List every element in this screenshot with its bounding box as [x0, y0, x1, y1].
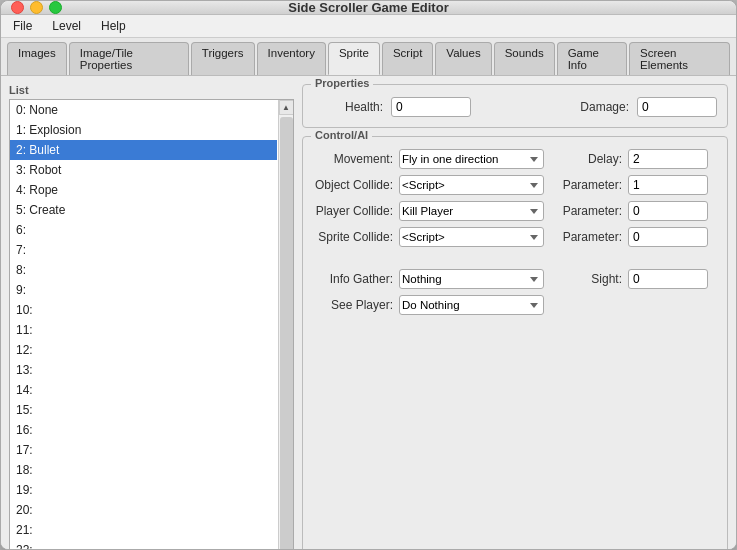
player-collide-row: Player Collide: Kill Player <Script> Not…: [313, 201, 544, 221]
list-item[interactable]: 0: None: [10, 100, 277, 120]
maximize-button[interactable]: [49, 1, 62, 14]
see-player-select[interactable]: Do Nothing Chase Shoot: [399, 295, 544, 315]
list-item[interactable]: 10:: [10, 300, 277, 320]
parameter1-input[interactable]: [628, 175, 708, 195]
traffic-lights: [11, 1, 62, 14]
sight-row: Sight:: [560, 269, 708, 289]
object-collide-row: Object Collide: <Script> Nothing Kill Pl…: [313, 175, 544, 195]
tab-triggers[interactable]: Triggers: [191, 42, 255, 75]
list-item[interactable]: 4: Rope: [10, 180, 277, 200]
window-title: Side Scroller Game Editor: [288, 0, 448, 15]
delay-input[interactable]: [628, 149, 708, 169]
control-ai-left: Movement: Fly in one direction Do Nothin…: [313, 149, 544, 315]
list-item[interactable]: 7:: [10, 240, 277, 260]
delay-label: Delay:: [560, 152, 622, 166]
see-player-row: See Player: Do Nothing Chase Shoot: [313, 295, 544, 315]
parameter2-label: Parameter:: [560, 204, 622, 218]
health-row: Health: Damage:: [313, 97, 717, 117]
list-item[interactable]: 6:: [10, 220, 277, 240]
list-item[interactable]: 3: Robot: [10, 160, 277, 180]
parameter1-label: Parameter:: [560, 178, 622, 192]
list-panel: List 0: None 1: Explosion 2: Bullet 3: R…: [9, 84, 294, 550]
properties-group-label: Properties: [311, 77, 373, 89]
movement-row: Movement: Fly in one direction Do Nothin…: [313, 149, 544, 169]
damage-input[interactable]: [637, 97, 717, 117]
tab-images[interactable]: Images: [7, 42, 67, 75]
list-item[interactable]: 21:: [10, 520, 277, 540]
titlebar: Side Scroller Game Editor: [1, 1, 736, 15]
movement-label: Movement:: [313, 152, 393, 166]
damage-label: Damage:: [559, 100, 629, 114]
tab-game-info[interactable]: Game Info: [557, 42, 627, 75]
list-item[interactable]: 1: Explosion: [10, 120, 277, 140]
tab-sounds[interactable]: Sounds: [494, 42, 555, 75]
tabs-bar: Images Image/Tile Properties Triggers In…: [1, 38, 736, 76]
player-collide-select[interactable]: Kill Player <Script> Nothing Bounce: [399, 201, 544, 221]
sight-input[interactable]: [628, 269, 708, 289]
minimize-button[interactable]: [30, 1, 43, 14]
list-item[interactable]: 16:: [10, 420, 277, 440]
control-ai-group: Control/AI Movement: Fly in one directio…: [302, 136, 728, 550]
object-collide-label: Object Collide:: [313, 178, 393, 192]
info-gather-row: Info Gather: Nothing Player Object: [313, 269, 544, 289]
parameter1-row: Parameter:: [560, 175, 708, 195]
movement-select[interactable]: Fly in one direction Do Nothing Follow P…: [399, 149, 544, 169]
menu-bar: File Level Help: [1, 15, 736, 38]
delay-row: Delay:: [560, 149, 708, 169]
main-window: Side Scroller Game Editor File Level Hel…: [0, 0, 737, 550]
parameter3-label: Parameter:: [560, 230, 622, 244]
info-gather-select[interactable]: Nothing Player Object: [399, 269, 544, 289]
parameter3-input[interactable]: [628, 227, 708, 247]
menu-level[interactable]: Level: [48, 17, 85, 35]
tab-values[interactable]: Values: [435, 42, 491, 75]
sight-label: Sight:: [560, 272, 622, 286]
menu-help[interactable]: Help: [97, 17, 130, 35]
list-item[interactable]: 5: Create: [10, 200, 277, 220]
list-item[interactable]: 18:: [10, 460, 277, 480]
list-label: List: [9, 84, 294, 96]
properties-panel: Properties Health: Damage: Control/AI: [302, 84, 728, 550]
list-item[interactable]: 19:: [10, 480, 277, 500]
scroll-up-arrow[interactable]: ▲: [279, 100, 294, 115]
menu-file[interactable]: File: [9, 17, 36, 35]
tab-screen-elements[interactable]: Screen Elements: [629, 42, 730, 75]
tab-inventory[interactable]: Inventory: [257, 42, 326, 75]
sprite-collide-row: Sprite Collide: <Script> Nothing Kill Pl…: [313, 227, 544, 247]
control-ai-right: Delay: Parameter: Parameter:: [560, 149, 708, 315]
list-box[interactable]: 0: None 1: Explosion 2: Bullet 3: Robot …: [9, 99, 294, 550]
sprite-collide-select[interactable]: <Script> Nothing Kill Player Bounce: [399, 227, 544, 247]
player-collide-label: Player Collide:: [313, 204, 393, 218]
list-scrollbar[interactable]: ▲ ▼: [278, 100, 293, 550]
control-ai-content: Movement: Fly in one direction Do Nothin…: [313, 149, 717, 315]
tab-image-tile-properties[interactable]: Image/Tile Properties: [69, 42, 189, 75]
list-item[interactable]: 9:: [10, 280, 277, 300]
tab-sprite[interactable]: Sprite: [328, 42, 380, 75]
list-item[interactable]: 11:: [10, 320, 277, 340]
list-item[interactable]: 20:: [10, 500, 277, 520]
health-label: Health:: [313, 100, 383, 114]
list-item[interactable]: 17:: [10, 440, 277, 460]
list-item[interactable]: 15:: [10, 400, 277, 420]
info-gather-label: Info Gather:: [313, 272, 393, 286]
parameter2-row: Parameter:: [560, 201, 708, 221]
parameter2-input[interactable]: [628, 201, 708, 221]
scroll-thumb[interactable]: [280, 117, 293, 550]
list-item-selected[interactable]: 2: Bullet: [10, 140, 277, 160]
list-item[interactable]: 14:: [10, 380, 277, 400]
list-item[interactable]: 8:: [10, 260, 277, 280]
main-content: List 0: None 1: Explosion 2: Bullet 3: R…: [1, 76, 736, 550]
list-item[interactable]: 22:: [10, 540, 277, 550]
list-item[interactable]: 12:: [10, 340, 277, 360]
see-player-label: See Player:: [313, 298, 393, 312]
tab-script[interactable]: Script: [382, 42, 433, 75]
sprite-collide-label: Sprite Collide:: [313, 230, 393, 244]
object-collide-select[interactable]: <Script> Nothing Kill Player Bounce: [399, 175, 544, 195]
control-ai-label: Control/AI: [311, 129, 372, 141]
properties-group: Properties Health: Damage:: [302, 84, 728, 128]
close-button[interactable]: [11, 1, 24, 14]
health-input[interactable]: [391, 97, 471, 117]
parameter3-row: Parameter:: [560, 227, 708, 247]
list-item[interactable]: 13:: [10, 360, 277, 380]
